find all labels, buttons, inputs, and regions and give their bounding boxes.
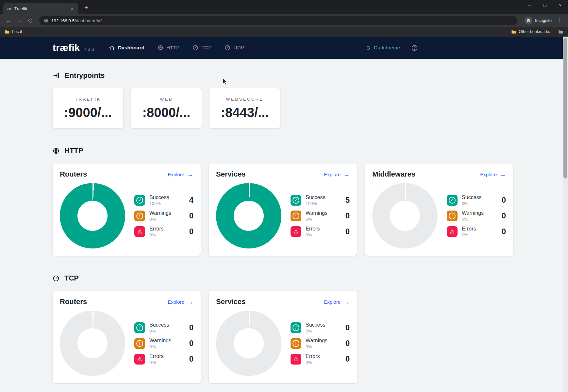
scrollbar-track[interactable]	[563, 37, 568, 392]
http-services-card: Services Explore → ✓ Success1	[209, 163, 357, 256]
tcp-routers-card: Routers Explore → ✓ Success0%	[53, 291, 201, 383]
card-title: Middlewares	[372, 170, 415, 179]
site-info-globe-icon[interactable]	[44, 18, 48, 23]
nav-dashboard[interactable]: Dashboard	[109, 45, 144, 51]
stat-label: Errors	[149, 226, 164, 232]
nav-udp[interactable]: UDP	[225, 45, 244, 51]
check-icon: ✓	[136, 324, 143, 331]
http-routers-card: Routers Explore → ✓ Success10	[53, 163, 201, 256]
stat-label: Warnings	[462, 210, 484, 216]
stat-label: Errors	[306, 353, 320, 359]
explore-tcp-services-link[interactable]: Explore →	[324, 299, 350, 305]
tab-close-icon[interactable]: ×	[69, 6, 75, 11]
gauge-icon	[225, 45, 230, 51]
dark-theme-toggle[interactable]: Dark theme	[365, 45, 400, 51]
stat-errors: ⚠ Errors0% 0	[447, 226, 506, 237]
warning-icon: !	[447, 211, 458, 221]
stat-warnings: ! Warnings0% 0	[134, 338, 193, 349]
error-icon: ⚠	[291, 354, 301, 365]
success-icon: ✓	[291, 195, 301, 206]
stat-percent: 0%	[462, 201, 481, 206]
nav-http[interactable]: HTTP	[158, 45, 179, 51]
tcp-services-donut-chart	[216, 311, 281, 376]
address-bar[interactable]: 192.168.0.5/dashboard/#/	[39, 16, 517, 25]
folder-icon	[5, 30, 10, 34]
stat-percent: 100%	[149, 201, 169, 206]
side-panel-folder-icon[interactable]	[558, 30, 563, 34]
stat-percent: 100%	[306, 201, 325, 206]
success-icon: ✓	[134, 195, 145, 206]
traefik-logo: træfik	[53, 43, 80, 53]
stat-success: ✓ Success100% 4	[134, 195, 193, 206]
tcp-services-card: Services Explore → ✓ Success0	[209, 291, 357, 383]
browser-menu-button[interactable]: ⋮	[555, 16, 565, 26]
stat-success: ✓ Success0% 0	[134, 322, 193, 333]
stat-success: ✓ Success0% 0	[291, 322, 350, 333]
http-middlewares-card: Middlewares Explore → ✓ Succe	[365, 163, 513, 256]
main-nav: Dashboard HTTP TCP UDP	[109, 45, 244, 51]
minimize-button[interactable]: –	[522, 0, 537, 10]
forward-button[interactable]: →	[14, 16, 24, 26]
nav-tcp[interactable]: TCP	[192, 45, 211, 51]
stat-label: Success	[149, 322, 169, 328]
http-heading: HTTP	[53, 146, 555, 155]
url-text: 192.168.0.5/dashboard/#/	[51, 18, 102, 23]
explore-routers-link[interactable]: Explore →	[168, 171, 193, 178]
warning-icon: !	[291, 211, 301, 221]
help-button[interactable]	[411, 44, 418, 51]
other-bookmarks-button[interactable]: Other bookmarks	[511, 29, 550, 34]
traefik-favicon-icon: æ	[7, 6, 12, 11]
tcp-section: TCP Routers Explore →	[53, 274, 555, 383]
stat-value: 0	[502, 196, 506, 205]
explore-services-link[interactable]: Explore →	[324, 171, 350, 178]
stat-percent: 0%	[306, 329, 325, 333]
close-window-button[interactable]: ×	[553, 0, 568, 10]
bookmark-folder-local[interactable]: Local	[5, 29, 22, 34]
check-icon: ✓	[449, 197, 456, 204]
stat-value: 0	[189, 227, 193, 236]
stat-percent: 0%	[462, 217, 484, 222]
nav-label: TCP	[201, 45, 211, 51]
error-icon: ⚠	[447, 226, 458, 237]
explore-middlewares-link[interactable]: Explore →	[480, 171, 506, 178]
card-title: Services	[216, 170, 246, 179]
web-content: træfik 2.3.3 Dashboard HTTP TCP UDP	[0, 37, 568, 392]
stat-value: 0	[189, 339, 193, 348]
stat-label: Warnings	[306, 210, 327, 216]
stat-value: 0	[345, 323, 350, 332]
gauge-icon	[192, 45, 198, 51]
error-icon: ⚠	[291, 226, 301, 237]
stat-percent: 0%	[306, 232, 320, 237]
browser-tab[interactable]: æ Traefik ×	[3, 3, 78, 14]
scrollbar-thumb[interactable]	[563, 38, 567, 179]
stat-percent: 0%	[149, 217, 171, 222]
success-icon: ✓	[134, 322, 145, 333]
bookmark-label: Local	[12, 29, 22, 34]
stat-value: 4	[189, 196, 193, 205]
explore-tcp-routers-link[interactable]: Explore →	[168, 299, 193, 305]
globe-icon	[158, 45, 163, 51]
home-icon	[109, 45, 115, 51]
exclaim-icon: !	[449, 213, 456, 219]
incognito-icon	[525, 17, 532, 25]
url-path: /dashboard/#/	[75, 18, 102, 23]
version-label: 2.3.3	[84, 46, 94, 52]
entrypoint-cards: TRAEFIK :9000/... WEB :8000/... WEBSECUR…	[53, 88, 555, 128]
triangle-icon: ⚠	[450, 229, 455, 234]
entrypoint-name: WEBSECURE	[226, 97, 263, 102]
entrypoints-icon	[53, 72, 60, 79]
stat-value: 5	[345, 196, 350, 205]
entrypoint-port: :8443/...	[221, 105, 269, 120]
stat-value: 0	[189, 323, 193, 332]
new-tab-button[interactable]: +	[82, 3, 91, 12]
back-button[interactable]: ←	[3, 16, 13, 26]
stat-value: 0	[189, 354, 193, 364]
stat-label: Success	[306, 322, 325, 328]
stat-percent: 0%	[149, 329, 169, 333]
section-title: TCP	[64, 274, 79, 282]
exclaim-icon: !	[136, 340, 143, 347]
maximize-button[interactable]: □	[537, 0, 553, 10]
reload-button[interactable]	[25, 16, 35, 26]
warning-icon: !	[134, 338, 145, 349]
other-bookmarks-label: Other bookmarks	[519, 29, 550, 34]
